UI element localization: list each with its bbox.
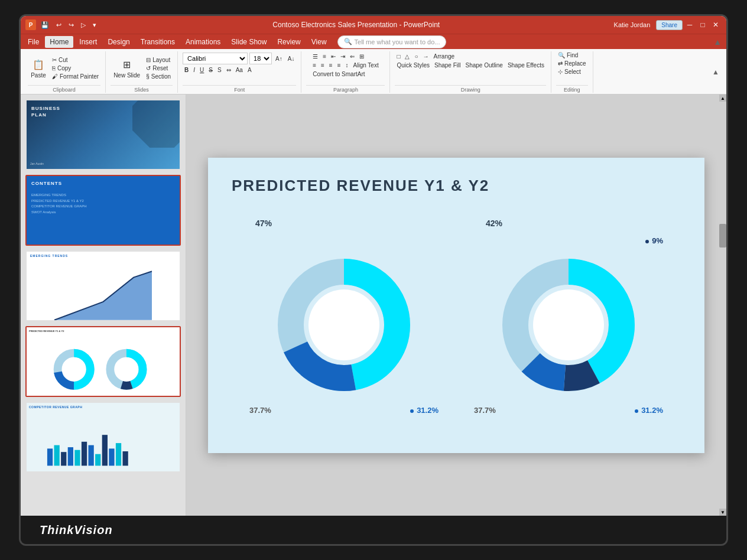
minimize-button[interactable]: ─ bbox=[684, 19, 696, 30]
save-button[interactable]: 💾 bbox=[38, 20, 51, 30]
menu-design[interactable]: Design bbox=[103, 36, 134, 48]
paragraph-row-3: Convert to SmartArt bbox=[311, 70, 381, 78]
cut-icon: ✂ bbox=[52, 57, 57, 63]
paste-button[interactable]: 📋 Paste bbox=[28, 57, 49, 80]
shape-arrow-button[interactable]: → bbox=[421, 53, 431, 60]
new-slide-button[interactable]: ⊞ New Slide bbox=[111, 57, 143, 80]
scroll-down-button[interactable]: ▼ bbox=[719, 509, 726, 516]
close-button[interactable]: ✕ bbox=[710, 19, 722, 30]
find-button[interactable]: 🔍 Find bbox=[556, 51, 588, 59]
ribbon-collapse-button[interactable]: ▲ bbox=[710, 67, 722, 77]
title-bar: P 💾 ↩ ↪ ▷ ▾ Contoso Electronics Sales Pr… bbox=[21, 16, 726, 34]
shape-rect-button[interactable]: □ bbox=[395, 53, 402, 60]
align-text-button[interactable]: Align Text bbox=[352, 61, 381, 69]
reset-button[interactable]: ↺ Reset bbox=[144, 64, 173, 72]
indent-dec-button[interactable]: ⇤ bbox=[329, 53, 337, 60]
ribbon-content: 📋 Paste ✂ Cut ⎘ Copy bbox=[21, 49, 726, 94]
shape-outline-button[interactable]: Shape Outline bbox=[463, 61, 504, 69]
cut-button[interactable]: ✂ Cut bbox=[50, 56, 100, 64]
menu-animations[interactable]: Animations bbox=[181, 36, 225, 48]
scroll-up-button[interactable]: ▲ bbox=[719, 95, 726, 102]
rtl-button[interactable]: ⇐ bbox=[348, 53, 356, 60]
layout-button[interactable]: ⊟ Layout bbox=[144, 56, 173, 64]
tell-me-input[interactable]: 🔍 Tell me what you want to do... bbox=[337, 35, 447, 48]
quick-styles-button[interactable]: Quick Styles bbox=[395, 61, 431, 69]
line-spacing-button[interactable]: ↕ bbox=[344, 61, 350, 69]
slide-thumbnail-2[interactable]: CONTENTS EMERGING TRENDS PREDICTED REVEN… bbox=[25, 175, 181, 246]
user-name[interactable]: Katie Jordan bbox=[614, 21, 651, 28]
shape-fill-button[interactable]: Shape Fill bbox=[433, 61, 462, 69]
tell-me-placeholder: Tell me what you want to do... bbox=[355, 38, 440, 45]
paste-icon: 📋 bbox=[31, 58, 46, 71]
numbering-button[interactable]: ≡ bbox=[321, 53, 328, 60]
menu-home[interactable]: Home bbox=[45, 36, 73, 48]
editing-buttons: 🔍 Find ⇄ Replace ⊹ Select bbox=[556, 51, 588, 85]
vertical-scrollbar[interactable]: ▲ ▼ bbox=[719, 95, 726, 516]
copy-button[interactable]: ⎘ Copy bbox=[50, 64, 100, 72]
font-color-button[interactable]: A bbox=[246, 66, 254, 74]
undo-button[interactable]: ↩ bbox=[54, 20, 64, 30]
indent-inc-button[interactable]: ⇥ bbox=[339, 53, 347, 60]
bullets-button[interactable]: ☰ bbox=[311, 53, 320, 60]
more-button[interactable]: ▾ bbox=[90, 20, 99, 30]
section-button[interactable]: § Section bbox=[144, 73, 173, 80]
shadow-button[interactable]: S bbox=[216, 66, 223, 74]
paragraph-row-1: ☰ ≡ ⇤ ⇥ ⇐ ⊞ bbox=[311, 53, 381, 60]
select-button[interactable]: ⊹ Select bbox=[556, 68, 588, 76]
slide-thumbnail-5[interactable]: COMPETITOR REVENUE GRAPH bbox=[25, 402, 181, 473]
menu-view[interactable]: View bbox=[307, 36, 332, 48]
slide-thumbnail-1[interactable]: BUSINESSPLAN Jan Austin bbox=[25, 99, 181, 170]
slide-5-chart bbox=[29, 421, 180, 469]
decrease-font-button[interactable]: A↓ bbox=[286, 55, 297, 63]
monitor-screen: P 💾 ↩ ↪ ▷ ▾ Contoso Electronics Sales Pr… bbox=[21, 16, 726, 516]
replace-icon: ⇄ bbox=[558, 60, 563, 67]
align-center-button[interactable]: ≡ bbox=[319, 61, 326, 69]
font-size-select[interactable]: 18 bbox=[249, 53, 272, 64]
maximize-button[interactable]: □ bbox=[697, 19, 709, 30]
slide-thumbnail-3[interactable]: EMERGING TRENDS bbox=[25, 250, 181, 321]
format-painter-button[interactable]: 🖌 Format Painter bbox=[50, 73, 100, 80]
slide-1-title: BUSINESSPLAN bbox=[31, 105, 60, 118]
menu-review[interactable]: Review bbox=[272, 36, 305, 48]
menu-insert[interactable]: Insert bbox=[74, 36, 102, 48]
menu-slideshow[interactable]: Slide Show bbox=[226, 36, 271, 48]
slide-3-title: EMERGING TRENDS bbox=[30, 254, 68, 258]
arrange-button[interactable]: Arrange bbox=[432, 53, 457, 60]
collapse-icon: ▲ bbox=[713, 37, 722, 47]
drawing-controls: □ △ ○ → Arrange Quick Styles Shape Fill … bbox=[395, 51, 546, 85]
menu-file[interactable]: File bbox=[23, 36, 44, 48]
slide-4-chart bbox=[27, 337, 180, 396]
shape-effects-button[interactable]: Shape Effects bbox=[506, 61, 546, 69]
char-spacing-button[interactable]: ⇔ bbox=[225, 66, 233, 74]
slide-canvas[interactable]: PREDICTED REVENUE Y1 & Y2 47% bbox=[208, 158, 704, 453]
bold-button[interactable]: B bbox=[183, 66, 190, 74]
strikethrough-button[interactable]: S bbox=[207, 66, 215, 74]
justify-button[interactable]: ≡ bbox=[336, 61, 343, 69]
scroll-thumb[interactable] bbox=[719, 224, 726, 248]
slide-thumbnail-4[interactable]: PREDICTED REVENUE Y1 & Y2 bbox=[25, 326, 181, 397]
chart-2-label-bottom-right: 31.2% bbox=[635, 406, 664, 415]
slide-3-chart bbox=[27, 265, 180, 320]
shape-oval-button[interactable]: ○ bbox=[413, 53, 420, 60]
ribbon-group-font: Calibri 18 A↑ A↓ B I U S bbox=[178, 51, 301, 93]
cut-label: Cut bbox=[59, 57, 68, 63]
align-left-button[interactable]: ≡ bbox=[311, 61, 318, 69]
increase-font-button[interactable]: A↑ bbox=[274, 55, 284, 63]
replace-button[interactable]: ⇄ Replace bbox=[556, 60, 588, 67]
font-name-select[interactable]: Calibri bbox=[183, 53, 248, 64]
chart-2-dot-blue bbox=[635, 409, 638, 413]
italic-button[interactable]: I bbox=[191, 66, 197, 74]
underline-button[interactable]: U bbox=[198, 66, 206, 74]
align-right-button[interactable]: ≡ bbox=[327, 61, 334, 69]
present-button[interactable]: ▷ bbox=[79, 20, 88, 30]
shape-tri-button[interactable]: △ bbox=[403, 53, 411, 60]
redo-button[interactable]: ↪ bbox=[66, 20, 76, 30]
convert-smartart-button[interactable]: Convert to SmartArt bbox=[311, 70, 366, 78]
chart-1-label-top: 47% bbox=[255, 219, 272, 228]
columns-button[interactable]: ⊞ bbox=[358, 53, 366, 60]
chart-2-label-bottom-left: 37.7% bbox=[474, 406, 496, 415]
share-button[interactable]: Share bbox=[656, 20, 683, 30]
menu-transitions[interactable]: Transitions bbox=[136, 36, 180, 48]
font-case-button[interactable]: Aa bbox=[234, 66, 245, 74]
paragraph-row-2: ≡ ≡ ≡ ≡ ↕ Align Text bbox=[311, 61, 381, 69]
